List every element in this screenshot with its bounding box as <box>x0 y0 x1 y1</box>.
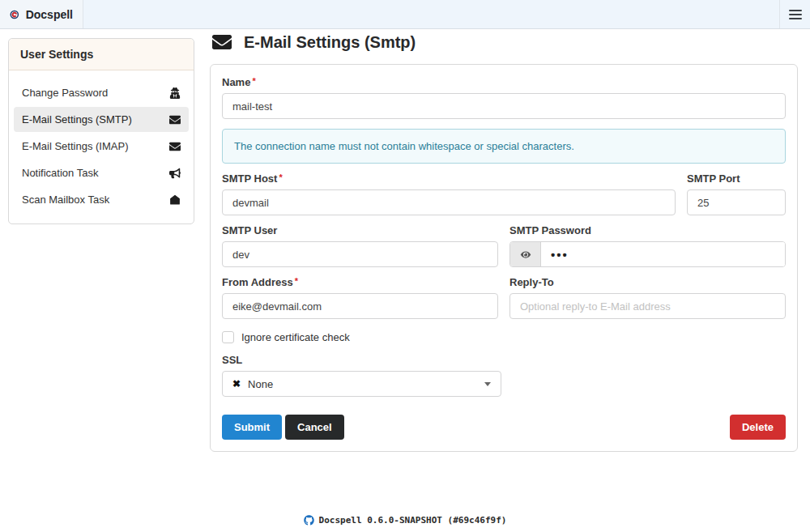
caret-down-icon <box>484 382 491 386</box>
sidebar-item-label: E-Mail Settings (SMTP) <box>22 113 132 126</box>
sidebar-item-email-settings-imap[interactable]: E-Mail Settings (IMAP) <box>14 134 189 159</box>
envelope-open-icon <box>168 194 181 206</box>
required-mark: * <box>295 276 298 286</box>
smtp-port-field: SMTP Port <box>687 172 786 215</box>
name-label: Name* <box>222 76 786 88</box>
sidebar-menu: Change Password E-Mail Settings (SMTP) E… <box>9 70 194 223</box>
page-title-text: E-Mail Settings (Smtp) <box>244 33 416 52</box>
toggle-password-visibility-button[interactable] <box>510 242 541 266</box>
hamburger-icon <box>789 10 802 11</box>
github-icon <box>304 515 314 526</box>
smtp-host-input[interactable] <box>222 189 676 215</box>
page-title: E-Mail Settings (Smtp) <box>210 32 798 52</box>
bullhorn-icon <box>168 167 181 179</box>
app-footer: Docspell 0.6.0-SNAPSHOT (#69c46f9f) <box>0 515 810 526</box>
ignore-certificate-checkbox[interactable] <box>222 331 234 343</box>
smtp-settings-form: Name* The connection name must not conta… <box>210 64 798 452</box>
from-address-field: From Address* <box>222 276 498 319</box>
ssl-label: SSL <box>222 354 786 366</box>
sidebar-title: User Settings <box>9 39 194 70</box>
hamburger-menu-button[interactable] <box>779 0 810 28</box>
smtp-port-input[interactable] <box>687 189 786 215</box>
envelope-icon <box>168 113 181 126</box>
smtp-host-label: SMTP Host* <box>222 172 676 185</box>
ssl-selected-value: None <box>248 378 273 390</box>
smtp-user-label: SMTP User <box>222 224 498 236</box>
sidebar-item-label: E-Mail Settings (IMAP) <box>22 140 128 152</box>
form-actions: Submit Cancel Delete <box>222 415 786 440</box>
version-text: Docspell 0.6.0-SNAPSHOT (#69c46f9f) <box>319 515 507 526</box>
smtp-password-group <box>509 241 786 267</box>
sidebar-item-label: Scan Mailbox Task <box>22 194 109 206</box>
sidebar-item-notification-task[interactable]: Notification Task <box>14 160 189 185</box>
user-secret-icon <box>168 87 181 99</box>
sidebar-item-label: Notification Task <box>22 167 98 179</box>
cancel-button[interactable]: Cancel <box>285 415 344 440</box>
delete-button[interactable]: Delete <box>730 415 786 440</box>
smtp-host-field: SMTP Host* <box>222 172 676 215</box>
name-input[interactable] <box>222 93 786 119</box>
ignore-certificate-checkbox-row[interactable]: Ignore certificate check <box>222 331 786 343</box>
docspell-app: Docspell User Settings Change Password E… <box>0 0 810 532</box>
smtp-password-input[interactable] <box>541 242 785 266</box>
info-message: The connection name must not contain whi… <box>222 129 786 164</box>
brand-home-link[interactable]: Docspell <box>0 0 83 28</box>
smtp-port-label: SMTP Port <box>687 172 786 185</box>
eye-icon <box>520 250 531 259</box>
ssl-select[interactable]: ✖ None <box>222 371 501 397</box>
reply-to-input[interactable] <box>509 293 786 319</box>
from-address-label: From Address* <box>222 276 498 288</box>
sidebar-item-label: Change Password <box>22 87 108 99</box>
ssl-field: SSL ✖ None <box>222 354 786 397</box>
required-mark: * <box>279 172 282 182</box>
ignore-certificate-label: Ignore certificate check <box>241 331 350 343</box>
submit-button[interactable]: Submit <box>222 415 282 440</box>
docspell-logo-icon <box>10 6 19 23</box>
user-settings-sidebar: User Settings Change Password E-Mail Set… <box>8 38 194 224</box>
required-mark: * <box>252 76 255 86</box>
smtp-password-label: SMTP Password <box>509 224 786 236</box>
top-bar: Docspell <box>0 0 810 29</box>
sidebar-item-email-settings-smtp[interactable]: E-Mail Settings (SMTP) <box>14 107 189 132</box>
smtp-user-input[interactable] <box>222 241 498 267</box>
reply-to-label: Reply-To <box>509 276 786 288</box>
envelope-icon <box>168 140 181 152</box>
main-content: E-Mail Settings (Smtp) Name* The connect… <box>210 32 798 452</box>
times-icon[interactable]: ✖ <box>232 378 241 389</box>
topbar-spacer <box>83 0 779 28</box>
sidebar-item-scan-mailbox-task[interactable]: Scan Mailbox Task <box>14 187 189 212</box>
sidebar-item-change-password[interactable]: Change Password <box>14 80 189 105</box>
brand-label: Docspell <box>26 8 73 21</box>
smtp-user-field: SMTP User <box>222 224 498 267</box>
from-address-input[interactable] <box>222 293 498 319</box>
envelope-icon <box>210 32 234 52</box>
smtp-password-field: SMTP Password <box>509 224 786 267</box>
reply-to-field: Reply-To <box>509 276 786 319</box>
